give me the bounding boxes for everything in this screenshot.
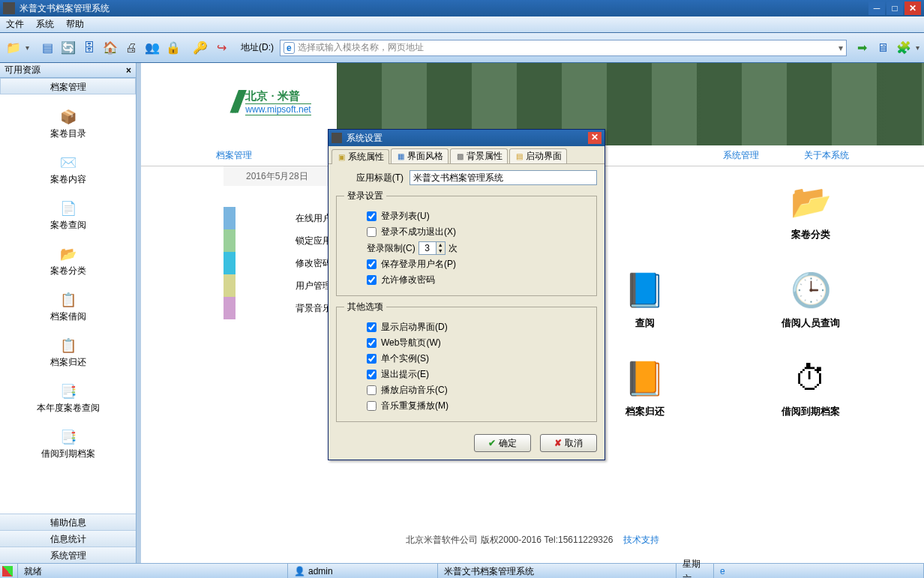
play-music-checkbox[interactable]: [367, 385, 376, 395]
tab-archive[interactable]: 档案管理: [194, 149, 274, 162]
list-label: 用户管理: [243, 280, 332, 292]
list-label: 背景音乐: [243, 302, 332, 315]
exit-prompt-checkbox[interactable]: [367, 370, 376, 379]
go-icon[interactable]: ➡: [853, 39, 871, 57]
key-icon[interactable]: 🔑: [191, 39, 209, 57]
sidebar-group-archive[interactable]: 档案管理: [0, 78, 136, 94]
menu-file[interactable]: 文件: [6, 18, 24, 31]
address-dropdown-icon[interactable]: ▾: [838, 43, 843, 53]
allow-changepwd-checkbox[interactable]: [367, 275, 376, 285]
sidebar-item-borrow[interactable]: 📋档案借阅: [50, 292, 86, 323]
grid-item-return[interactable]: 📙档案归还: [589, 360, 701, 418]
logo-en: www.mipsoft.net: [245, 103, 310, 115]
windows-icon: [2, 566, 13, 577]
logo-mark-icon: ///: [231, 85, 238, 119]
tab-sysmgmt[interactable]: 系统管理: [700, 149, 782, 162]
button-label: 确定: [499, 437, 517, 450]
tab-startup[interactable]: ▤启动界面: [509, 148, 567, 163]
sidebar-title: 可用资源: [4, 64, 40, 76]
due-icon: 📑: [59, 430, 77, 445]
list-label: 在线用户: [243, 212, 332, 225]
grid-item-due[interactable]: ⏱借阅到期档案: [754, 360, 867, 418]
spinner-down-icon[interactable]: ▼: [436, 248, 445, 254]
return-icon: 📋: [59, 338, 77, 353]
folder-small-icon: ▣: [337, 153, 346, 162]
grid-item-category[interactable]: 📂案卷分类: [754, 183, 867, 241]
tab-bg-props[interactable]: ▩背景属性: [450, 148, 508, 163]
read-icon: 📘: [622, 271, 668, 309]
status-app: 米普文书档案管理系统: [444, 564, 534, 579]
dialog-close-button[interactable]: ✕: [588, 132, 602, 144]
sidebar-group-aux[interactable]: 辅助信息: [0, 514, 136, 530]
grid-item-borrower-query[interactable]: 🕒借阅人员查询: [754, 271, 867, 330]
status-day: 星期六: [682, 556, 707, 579]
ok-button[interactable]: ✔确定: [474, 434, 531, 452]
login-fail-exit-checkbox[interactable]: [367, 227, 376, 237]
address-label: 地址(D:): [241, 41, 274, 54]
sidebar-item-return[interactable]: 📋档案归还: [50, 338, 86, 369]
print-icon[interactable]: 🖨: [122, 39, 140, 57]
show-start-checkbox[interactable]: [367, 322, 376, 332]
lock-icon[interactable]: 🔒: [164, 39, 182, 57]
cross-icon: ✘: [554, 438, 562, 448]
dialog-icon: [332, 133, 342, 143]
maximize-button[interactable]: □: [886, 1, 903, 15]
close-button[interactable]: ✕: [904, 1, 921, 15]
sidebar-item-label: 案卷分类: [50, 265, 86, 277]
sidebar-item-catalog[interactable]: 📦案卷目录: [50, 109, 86, 140]
users-icon[interactable]: 👥: [143, 39, 161, 57]
grid-item-read[interactable]: 📘查阅: [589, 271, 701, 330]
sidebar-item-category[interactable]: 📂案卷分类: [50, 247, 86, 277]
single-instance-checkbox[interactable]: [367, 354, 376, 364]
sidebar-item-due[interactable]: 📑借阅到期档案: [41, 430, 95, 460]
sidebar-item-content[interactable]: ✉️案卷内容: [50, 155, 86, 186]
monitor-icon[interactable]: 🖥: [874, 39, 892, 57]
grid-label: 借阅到期档案: [782, 405, 840, 418]
tab-about[interactable]: 关于本系统: [782, 149, 872, 162]
spinner-up-icon[interactable]: ▲: [436, 242, 445, 248]
refresh-icon[interactable]: 🔄: [59, 39, 77, 57]
status-user: admin: [308, 564, 333, 579]
login-limit-spinner[interactable]: 3 ▲▼: [418, 241, 446, 255]
checkbox-label: 播放启动音乐(C): [381, 384, 448, 397]
sidebar-group-sysmgmt[interactable]: 系统管理: [0, 547, 136, 563]
repeat-music-checkbox[interactable]: [367, 401, 376, 411]
sidebar-group-stats[interactable]: 信息统计: [0, 530, 136, 547]
web-nav-checkbox[interactable]: [367, 338, 376, 348]
checkbox-label: 登录列表(U): [381, 210, 430, 223]
logo-cn: 北京 · 米普: [245, 89, 310, 103]
sidebar-item-label: 档案借阅: [50, 310, 86, 323]
home-icon[interactable]: 🏠: [101, 39, 119, 57]
sidebar-item-label: 案卷内容: [50, 173, 86, 186]
footer-link[interactable]: 技术支持: [623, 535, 659, 545]
minimize-button[interactable]: ─: [868, 1, 885, 15]
sidebar-item-year-read[interactable]: 📑本年度案卷查阅: [37, 384, 100, 415]
list-icon[interactable]: ▤: [38, 39, 56, 57]
app-title-input[interactable]: [410, 170, 597, 185]
tab-system-props[interactable]: ▣系统属性: [332, 149, 389, 164]
new-icon[interactable]: 📁: [4, 39, 22, 57]
menu-help[interactable]: 帮助: [66, 18, 84, 31]
checkbox-label: 允许修改密码: [381, 274, 435, 286]
sidebar-item-read[interactable]: 📄案卷查阅: [50, 201, 86, 232]
address-input[interactable]: e 选择或输入模块名称，网页地址 ▾: [280, 40, 847, 56]
toolbar: 📁 ▾ ▤ 🔄 🗄 🏠 🖨 👥 🔒 🔑 ↪ 地址(D:) e 选择或输入模块名称…: [0, 33, 924, 63]
logo: /// 北京 · 米普 www.mipsoft.net: [231, 85, 311, 119]
exit-icon[interactable]: ↪: [212, 39, 230, 57]
sidebar-item-label: 本年度案卷查阅: [37, 402, 100, 415]
sidebar-close-icon[interactable]: ×: [126, 65, 131, 76]
plugin-icon[interactable]: 🧩: [895, 39, 913, 57]
checkbox-label: 登录不成功退出(X): [381, 226, 456, 238]
login-list-checkbox[interactable]: [367, 211, 376, 221]
login-limit-label: 登录限制(C): [367, 242, 416, 255]
other-legend: 其他选项: [344, 301, 386, 313]
save-username-checkbox[interactable]: [367, 259, 376, 269]
grid-label: 借阅人员查询: [782, 316, 840, 330]
settings-dialog: 系统设置 ✕ ▣系统属性 ▦界面风格 ▩背景属性 ▤启动界面 应用标题(T) 登…: [328, 129, 605, 460]
db-icon[interactable]: 🗄: [80, 39, 98, 57]
folder-open-icon: 📂: [788, 183, 833, 220]
cancel-button[interactable]: ✘取消: [540, 434, 597, 452]
search-clock-icon: 🕒: [788, 271, 833, 309]
tab-ui-style[interactable]: ▦界面风格: [391, 148, 448, 163]
menu-system[interactable]: 系统: [36, 18, 54, 31]
